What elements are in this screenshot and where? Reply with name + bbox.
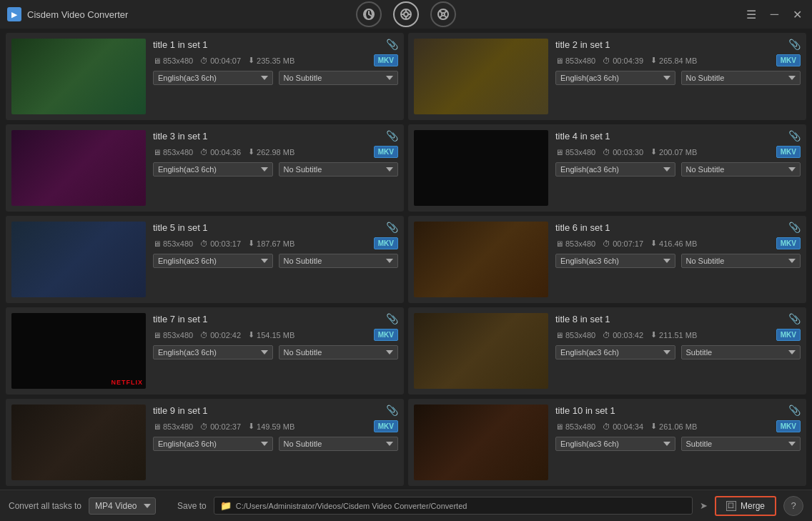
resolution-meta: 🖥 853x480 [555,148,595,157]
subtitle-select[interactable]: No Subtitle No Subtitle Subtitle [279,162,399,177]
audio-select[interactable]: English(ac3 6ch) No Audio [153,162,273,177]
video-title: title 7 in set 1 [153,314,208,324]
mkv-badge: MKV [776,54,801,66]
video-thumbnail [414,130,548,206]
subtitle-select[interactable]: No Subtitle No Subtitle Subtitle [681,254,801,268]
video-title-row: title 3 in set 1 📎 [153,130,398,142]
clip-icon[interactable]: 📎 [386,39,398,50]
duration-icon: ⏱ [200,331,208,339]
duration-icon: ⏱ [200,239,208,248]
save-label: Save to [177,501,207,511]
duration-icon: ⏱ [603,331,610,339]
size-icon: ⬇ [650,239,657,248]
path-text: C:/Users/Administrator/Videos/Cisdem Vid… [236,502,467,510]
video-item: title 6 in set 1 📎 🖥 853x480 ⏱ 00:07:17 … [408,216,806,303]
video-thumbnail [11,130,146,206]
audio-select[interactable]: English(ac3 6ch) No Audio [555,254,675,268]
video-item: title 1 in set 1 📎 🖥 853x480 ⏱ 00:04:07 … [6,33,404,120]
minimize-button[interactable]: ─ [768,5,781,24]
video-title: title 5 in set 1 [153,222,208,233]
subtitle-select[interactable]: Subtitle No Subtitle Subtitle [681,345,801,359]
video-title: title 6 in set 1 [555,222,610,233]
video-meta: 🖥 853x480 ⏱ 00:03:42 ⬇ 211.51 MB MKV [555,329,801,341]
video-title-row: title 1 in set 1 📎 [153,39,398,50]
size-value: 261.06 MB [659,422,697,431]
help-button[interactable]: ? [783,496,803,516]
merge-checkbox[interactable]: ☐ [726,501,736,511]
audio-select[interactable]: English(ac3 6ch) No Audio [153,437,273,451]
titlebar-controls: ☰ ─ ✕ [743,5,805,24]
duration-value: 00:04:07 [210,56,241,65]
audio-select[interactable]: English(ac3 6ch) No Audio [153,254,273,268]
nav-media-icon[interactable] [393,1,419,27]
audio-select[interactable]: English(ac3 6ch) No Audio [555,162,675,177]
clip-icon[interactable]: 📎 [386,130,398,142]
audio-select[interactable]: English(ac3 6ch) No Audio [555,71,675,85]
subtitle-select[interactable]: No Subtitle No Subtitle Subtitle [279,71,399,85]
duration-meta: ⏱ 00:07:17 [603,239,643,248]
duration-value: 00:02:37 [210,422,241,431]
video-meta: 🖥 853x480 ⏱ 00:03:17 ⬇ 187.67 MB MKV [153,237,398,249]
resolution-value: 853x480 [565,422,595,431]
clip-icon[interactable]: 📎 [386,313,398,324]
video-item: title 9 in set 1 📎 🖥 853x480 ⏱ 00:02:37 … [6,399,404,486]
size-meta: ⬇ 154.15 MB [248,330,294,339]
video-thumbnail [414,405,548,480]
video-thumbnail [11,405,146,480]
audio-select[interactable]: English(ac3 6ch) No Audio [153,71,273,85]
size-icon: ⬇ [248,239,254,248]
thumb-placeholder [11,313,146,389]
video-title: title 9 in set 1 [153,405,208,416]
audio-select[interactable]: English(ac3 6ch) No Audio [153,345,273,359]
resolution-value: 853x480 [565,331,595,339]
mkv-badge: MKV [374,146,398,158]
mkv-badge: MKV [776,237,801,249]
clip-icon[interactable]: 📎 [386,222,398,233]
duration-meta: ⏱ 00:04:39 [603,56,643,65]
size-meta: ⬇ 416.46 MB [650,239,697,248]
clip-icon[interactable]: 📎 [386,405,398,416]
video-title-row: title 8 in set 1 📎 [555,313,801,324]
thumb-placeholder [414,130,548,206]
clip-icon[interactable]: 📎 [788,313,801,324]
clip-icon[interactable]: 📎 [788,130,801,142]
menu-icon[interactable]: ☰ [743,5,759,24]
resolution-value: 853x480 [565,148,595,157]
video-info: title 7 in set 1 📎 🖥 853x480 ⏱ 00:02:42 … [153,313,398,359]
close-button[interactable]: ✕ [790,5,805,24]
video-meta: 🖥 853x480 ⏱ 00:07:17 ⬇ 416.46 MB MKV [555,237,801,249]
nav-convert-icon[interactable] [356,1,382,27]
nav-burn-icon[interactable] [430,1,456,27]
video-title-row: title 7 in set 1 📎 [153,313,398,324]
video-item: NETFLIX title 7 in set 1 📎 🖥 853x480 ⏱ 0… [6,307,404,395]
duration-meta: ⏱ 00:04:36 [200,148,241,157]
svg-line-10 [445,16,447,18]
duration-meta: ⏱ 00:03:30 [603,148,643,157]
video-selects: English(ac3 6ch) No Audio No Subtitle No… [153,345,398,359]
video-item: title 10 in set 1 📎 🖥 853x480 ⏱ 00:04:34… [408,399,806,486]
size-value: 200.07 MB [659,148,697,157]
clip-icon[interactable]: 📎 [788,405,801,416]
subtitle-select[interactable]: No Subtitle No Subtitle Subtitle [279,437,399,451]
clip-icon[interactable]: 📎 [788,222,801,233]
video-info: title 6 in set 1 📎 🖥 853x480 ⏱ 00:07:17 … [555,222,801,268]
audio-select[interactable]: English(ac3 6ch) No Audio [555,437,675,451]
video-grid: title 1 in set 1 📎 🖥 853x480 ⏱ 00:04:07 … [6,33,806,486]
subtitle-select[interactable]: No Subtitle No Subtitle Subtitle [279,254,399,268]
clip-icon[interactable]: 📎 [788,39,801,50]
subtitle-select[interactable]: No Subtitle No Subtitle Subtitle [681,162,801,177]
video-meta: 🖥 853x480 ⏱ 00:04:36 ⬇ 262.98 MB MKV [153,146,398,158]
video-selects: English(ac3 6ch) No Audio Subtitle No Su… [555,437,801,451]
format-select[interactable]: MP4 Video MKV Video AVI Video MOV Video [89,497,156,515]
duration-meta: ⏱ 00:03:42 [603,331,643,339]
merge-button[interactable]: ☐ Merge [715,496,776,516]
subtitle-select[interactable]: No Subtitle No Subtitle Subtitle [279,345,399,359]
resolution-meta: 🖥 853x480 [555,331,595,339]
video-selects: English(ac3 6ch) No Audio No Subtitle No… [153,254,398,268]
subtitle-select[interactable]: No Subtitle No Subtitle Subtitle [681,71,801,85]
audio-select[interactable]: English(ac3 6ch) No Audio [555,345,675,359]
path-browse-button[interactable]: ➤ [700,500,708,511]
size-value: 149.59 MB [257,422,294,431]
subtitle-select[interactable]: Subtitle No Subtitle Subtitle [681,437,801,451]
video-meta: 🖥 853x480 ⏱ 00:04:07 ⬇ 235.35 MB MKV [153,54,398,66]
